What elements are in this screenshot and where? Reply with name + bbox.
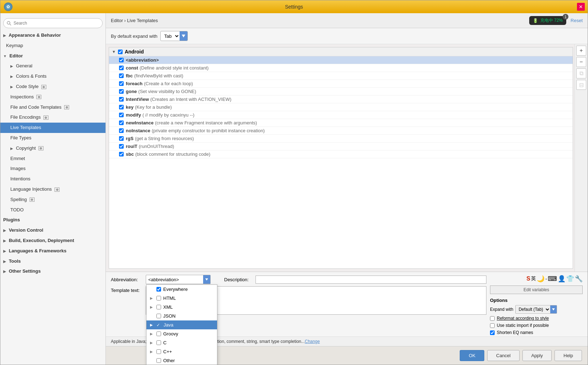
dropdown-checkbox[interactable] bbox=[156, 358, 161, 363]
dropdown-checkbox[interactable] bbox=[156, 287, 161, 292]
template-checkbox[interactable] bbox=[119, 66, 124, 70]
dropdown-checkbox[interactable] bbox=[156, 349, 161, 354]
template-item-newinstance[interactable]: newInstance (create a new Fragment insta… bbox=[109, 119, 573, 127]
dropdown-checkbox[interactable] bbox=[156, 331, 161, 336]
template-checkbox[interactable] bbox=[119, 144, 124, 149]
template-item-foreach[interactable]: foreach (Create a for each loop) bbox=[109, 80, 573, 88]
expand-select[interactable]: Tab bbox=[161, 32, 180, 40]
dropdown-checkbox[interactable] bbox=[156, 305, 161, 309]
template-checkbox[interactable] bbox=[119, 105, 124, 109]
sidebar-item-colors-fonts[interactable]: ▶ Colors & Fonts bbox=[0, 71, 105, 82]
expand-icon: ▶ bbox=[150, 341, 154, 345]
dropdown-item-html[interactable]: ▶ HTML bbox=[146, 294, 217, 303]
sidebar-item-build-execution[interactable]: ▶ Build, Execution, Deployment bbox=[0, 236, 105, 246]
sidebar-item-live-templates[interactable]: Live Templates bbox=[0, 123, 105, 133]
sidebar-item-code-style[interactable]: ▶ Code Style ⚙ bbox=[0, 82, 105, 92]
dropdown-item-everywhere[interactable]: Everywhere bbox=[146, 285, 217, 294]
reset-button[interactable]: Reset bbox=[571, 18, 583, 23]
template-item-gone[interactable]: gone (Set view visibility to GONE) bbox=[109, 88, 573, 96]
template-item-modify[interactable]: modify ( // modify by caoxinyu --) bbox=[109, 111, 573, 119]
expand-with-dropdown-btn[interactable] bbox=[550, 305, 557, 313]
template-checkbox[interactable] bbox=[119, 58, 124, 62]
move-template-button[interactable]: ⊟ bbox=[576, 80, 586, 90]
sidebar-item-intentions[interactable]: Intentions bbox=[0, 174, 105, 184]
remove-template-button[interactable]: − bbox=[576, 57, 586, 67]
sidebar-item-inspections[interactable]: Inspections ⚙ bbox=[0, 92, 105, 102]
dropdown-item-c[interactable]: ▶ C bbox=[146, 338, 217, 347]
sidebar-item-images[interactable]: Images bbox=[0, 164, 105, 174]
sidebar-item-copyright[interactable]: ▶ Copyright ⚙ bbox=[0, 143, 105, 154]
dropdown-item-java[interactable]: ▶ ✓ Java bbox=[146, 320, 217, 329]
sidebar-item-todo[interactable]: TODO bbox=[0, 205, 105, 215]
search-input[interactable] bbox=[3, 18, 103, 28]
sidebar-item-language-injections[interactable]: Language Injections ⚙ bbox=[0, 184, 105, 195]
template-item-abbreviation[interactable]: <abbreviation> bbox=[109, 56, 573, 64]
sidebar-item-languages-frameworks[interactable]: ▶ Languages & Frameworks bbox=[0, 246, 105, 256]
template-checkbox[interactable] bbox=[119, 120, 124, 125]
template-desc: (block comment for structuring code) bbox=[135, 151, 210, 157]
dropdown-item-xml[interactable]: ▶ XML bbox=[146, 303, 217, 312]
dropdown-item-other[interactable]: Other bbox=[146, 356, 217, 365]
dropdown-label: C bbox=[163, 340, 166, 345]
dropdown-checkbox[interactable] bbox=[156, 296, 161, 300]
template-item-intentview[interactable]: IntentView (Creates an Intent with ACTIO… bbox=[109, 96, 573, 103]
template-name: sbc bbox=[126, 151, 134, 157]
expand-arrow-icon: ▶ bbox=[10, 146, 13, 151]
sidebar-item-spelling[interactable]: Spelling ⚙ bbox=[0, 195, 105, 205]
sidebar-item-version-control[interactable]: ▶ Version Control bbox=[0, 225, 105, 236]
template-checkbox[interactable] bbox=[119, 113, 124, 117]
abbreviation-dropdown-btn[interactable] bbox=[203, 275, 210, 284]
sidebar-item-file-types[interactable]: File Types bbox=[0, 133, 105, 143]
template-item-const[interactable]: const (Define android style int constant… bbox=[109, 64, 573, 72]
template-item-rouit[interactable]: rouiT (runOnUIThread) bbox=[109, 143, 573, 150]
add-template-button[interactable]: + bbox=[576, 46, 586, 56]
cancel-button[interactable]: Cancel bbox=[487, 350, 519, 361]
group-checkbox-android[interactable] bbox=[118, 50, 123, 54]
sidebar-item-emmet[interactable]: Emmet bbox=[0, 154, 105, 164]
sidebar-item-other-settings[interactable]: ▶ Other Settings bbox=[0, 266, 105, 277]
applicable-change-link[interactable]: Change bbox=[305, 339, 320, 344]
expand-dropdown-btn[interactable] bbox=[180, 31, 187, 41]
template-group-android[interactable]: ▼ Android bbox=[109, 47, 573, 56]
static-import-checkbox[interactable] bbox=[490, 323, 495, 328]
sidebar-item-tools[interactable]: ▶ Tools bbox=[0, 256, 105, 267]
template-checkbox[interactable] bbox=[119, 81, 124, 86]
apply-button[interactable]: Apply bbox=[522, 350, 552, 361]
reformat-checkbox[interactable] bbox=[490, 316, 495, 321]
battery-icon: 🔋 bbox=[533, 18, 538, 23]
shorten-eq-checkbox[interactable] bbox=[490, 330, 495, 335]
template-checkbox[interactable] bbox=[119, 136, 124, 141]
abbreviation-input[interactable] bbox=[146, 276, 203, 283]
sidebar-item-appearance[interactable]: ▶ Appearance & Behavior bbox=[0, 30, 105, 41]
sidebar-item-editor[interactable]: ▼ Editor bbox=[0, 51, 105, 61]
sidebar-item-keymap[interactable]: Keymap bbox=[0, 41, 105, 51]
help-button[interactable]: Help bbox=[555, 350, 582, 361]
template-checkbox[interactable] bbox=[119, 89, 124, 94]
title-bar-left: ✿ bbox=[4, 2, 12, 11]
close-button[interactable]: ✕ bbox=[577, 3, 585, 11]
sidebar-item-plugins[interactable]: Plugins bbox=[0, 215, 105, 225]
template-checkbox[interactable] bbox=[119, 73, 124, 78]
description-input[interactable] bbox=[256, 276, 486, 284]
template-item-sbc[interactable]: sbc (block comment for structuring code) bbox=[109, 150, 573, 158]
template-item-noinstance[interactable]: noInstance (private empty constructor to… bbox=[109, 127, 573, 135]
template-checkbox[interactable] bbox=[119, 97, 124, 102]
sidebar-item-label: Version Control bbox=[9, 227, 43, 233]
expand-with-select[interactable]: Default (Tab) bbox=[516, 306, 550, 313]
sidebar-item-file-encodings[interactable]: File Encodings ⚙ bbox=[0, 112, 105, 123]
dropdown-item-groovy[interactable]: ▶ Groovy bbox=[146, 329, 217, 338]
template-checkbox[interactable] bbox=[119, 128, 124, 133]
template-checkbox[interactable] bbox=[119, 152, 124, 156]
template-item-rgs[interactable]: rgS (get a String from resources) bbox=[109, 135, 573, 143]
sidebar-item-file-code-templates[interactable]: File and Code Templates ⚙ bbox=[0, 102, 105, 113]
copy-template-button[interactable]: ⧉ bbox=[576, 68, 586, 78]
edit-variables-button[interactable]: Edit variables bbox=[490, 286, 583, 294]
ok-button[interactable]: OK bbox=[460, 350, 484, 361]
dropdown-item-json[interactable]: JSON bbox=[146, 312, 217, 320]
dropdown-item-cpp[interactable]: ▶ C++ bbox=[146, 347, 217, 356]
dropdown-checkbox[interactable] bbox=[156, 314, 161, 318]
dropdown-checkbox[interactable] bbox=[156, 340, 161, 345]
sidebar-item-general[interactable]: ▶ General bbox=[0, 61, 105, 71]
template-item-key[interactable]: key (Key for a bundle) bbox=[109, 103, 573, 111]
template-item-fbc[interactable]: fbc (findViewById with cast) bbox=[109, 72, 573, 80]
